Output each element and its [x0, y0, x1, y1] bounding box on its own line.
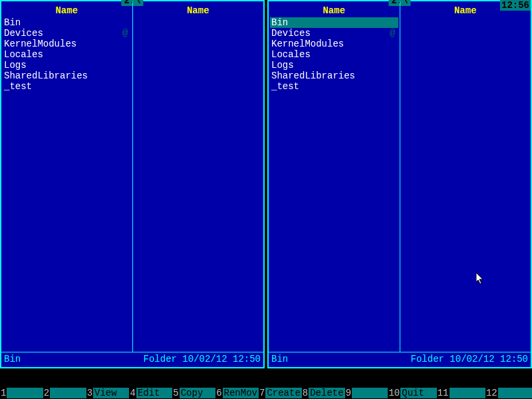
file-row[interactable]: Devices@ — [270, 28, 398, 39]
fkey-number: 12 — [485, 388, 498, 398]
file-row[interactable]: KernelModules — [3, 39, 131, 49]
fkey-label: RenMov — [223, 388, 259, 398]
fkey-label — [7, 388, 43, 398]
fkey-number: 11 — [437, 388, 450, 398]
function-key-bar: 1 2 3View 4Edit 5Copy 6RenMov7Create8Del… — [0, 387, 532, 399]
fkey-1[interactable]: 1 — [0, 387, 43, 399]
fkey-number: 1 — [0, 388, 7, 398]
file-row[interactable]: Bin — [270, 17, 398, 28]
clock: 12:56 — [500, 0, 531, 11]
fkey-number: 8 — [302, 388, 309, 398]
fkey-number: 2 — [43, 388, 50, 398]
fkey-6[interactable]: 6RenMov — [215, 387, 259, 399]
screen: 2:\ Name BinDevices@KernelModulesLocales… — [0, 0, 532, 399]
right-status-name: Bin — [271, 354, 288, 364]
fkey-label: Quit — [400, 388, 436, 398]
left-col-1-header: Name — [1, 1, 132, 17]
right-status-info: Folder 10/02/12 12:50 — [411, 354, 528, 364]
symlink-icon: @ — [390, 28, 395, 39]
left-col-2: Name — [132, 1, 264, 352]
fkey-label — [50, 388, 86, 398]
file-row[interactable]: _test — [3, 81, 131, 92]
file-row[interactable]: Logs — [270, 60, 398, 70]
left-file-list[interactable]: BinDevices@KernelModulesLocalesLogsShare… — [1, 17, 132, 92]
fkey-7[interactable]: 7Create — [259, 387, 302, 399]
left-status-info: Folder 10/02/12 12:50 — [144, 354, 261, 364]
fkey-11[interactable]: 11 — [437, 387, 485, 399]
fkey-label — [498, 388, 532, 398]
panels-container: 2:\ Name BinDevices@KernelModulesLocales… — [0, 0, 532, 368]
file-row[interactable]: KernelModules — [270, 39, 398, 49]
fkey-label: Delete — [309, 388, 344, 398]
left-col-1: Name BinDevices@KernelModulesLocalesLogs… — [1, 1, 132, 352]
file-row[interactable]: Logs — [3, 60, 131, 70]
fkey-9[interactable]: 9 — [345, 387, 388, 399]
symlink-icon: @ — [122, 28, 128, 39]
right-panel[interactable]: 2:\ 12:56 Name BinDevices@KernelModulesL… — [267, 0, 532, 368]
file-row[interactable]: Locales — [3, 49, 131, 60]
fkey-5[interactable]: 5Copy — [172, 387, 215, 399]
left-status-name: Bin — [4, 354, 21, 364]
fkey-2[interactable]: 2 — [43, 387, 86, 399]
fkey-label — [352, 388, 388, 398]
fkey-label: Edit — [136, 388, 172, 398]
fkey-number: 3 — [86, 388, 93, 398]
fkey-label: Create — [265, 388, 301, 398]
right-col-1: Name BinDevices@KernelModulesLocalesLogs… — [269, 1, 400, 352]
fkey-number: 7 — [259, 388, 265, 398]
file-row[interactable]: SharedLibraries — [3, 70, 131, 81]
fkey-8[interactable]: 8Delete — [302, 387, 345, 399]
fkey-label: Copy — [180, 388, 215, 398]
file-row[interactable]: Bin — [3, 17, 131, 28]
left-columns: Name BinDevices@KernelModulesLocalesLogs… — [1, 1, 263, 352]
fkey-3[interactable]: 3View — [86, 387, 130, 399]
left-panel[interactable]: 2:\ Name BinDevices@KernelModulesLocales… — [0, 0, 265, 368]
right-file-list[interactable]: BinDevices@KernelModulesLocalesLogsShare… — [269, 17, 400, 92]
right-col-2: Name — [400, 1, 531, 352]
fkey-12[interactable]: 12 — [485, 387, 532, 399]
left-status-bar: Bin Folder 10/02/12 12:50 — [1, 352, 263, 367]
fkey-number: 6 — [215, 388, 222, 398]
file-row[interactable]: Locales — [270, 49, 398, 60]
right-status-bar: Bin Folder 10/02/12 12:50 — [269, 352, 531, 367]
fkey-number: 4 — [129, 388, 136, 398]
fkey-10[interactable]: 10Quit — [388, 387, 436, 399]
fkey-number: 5 — [172, 388, 179, 398]
fkey-label — [450, 388, 485, 398]
file-row[interactable]: _test — [270, 81, 398, 92]
fkey-number: 10 — [388, 388, 400, 398]
right-columns: Name BinDevices@KernelModulesLocalesLogs… — [269, 1, 531, 352]
fkey-number: 9 — [345, 388, 352, 398]
right-col-1-header: Name — [269, 1, 400, 17]
file-row[interactable]: Devices@ — [3, 28, 131, 39]
file-row[interactable]: SharedLibraries — [270, 70, 398, 81]
fkey-label: View — [93, 388, 129, 398]
fkey-4[interactable]: 4Edit — [129, 387, 172, 399]
left-col-2-header: Name — [133, 1, 264, 17]
